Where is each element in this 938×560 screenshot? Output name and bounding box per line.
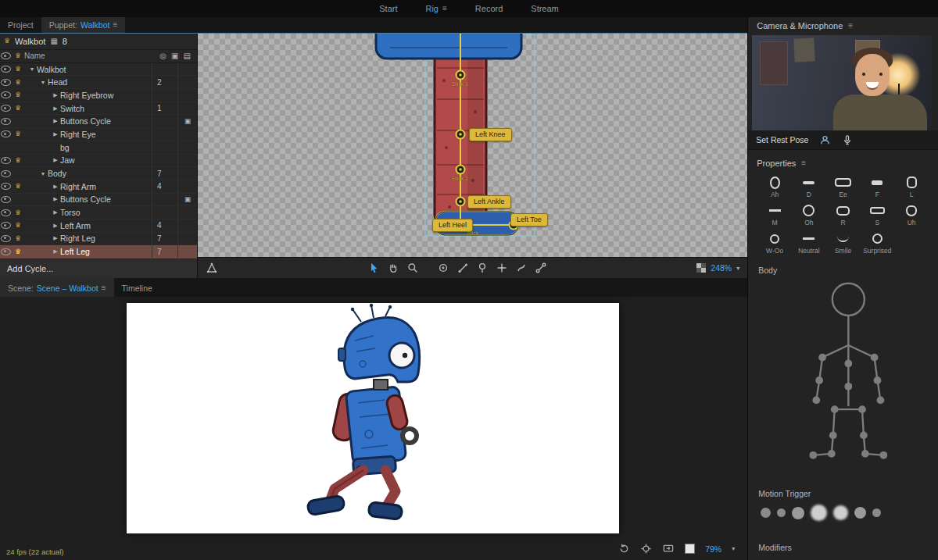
layer-row-buttons-cycle-body[interactable]: ▶ Buttons Cycle ▣ [0, 194, 197, 207]
layer-row-right-leg[interactable]: ♛ ▶ Right Leg 7 [0, 233, 197, 246]
stick-tool-icon[interactable] [456, 262, 469, 274]
hand-tool-icon[interactable] [387, 262, 399, 274]
scene-canvas[interactable] [127, 303, 619, 533]
zoom-tool-icon[interactable] [406, 262, 419, 274]
motion-dot[interactable] [761, 508, 771, 518]
rig-canvas[interactable]: Stick 3 Left Knee Stick 2 Left Ankle Lef… [198, 34, 747, 257]
tab-puppet-walkbot[interactable]: Puppet: Walkbot ≡ [41, 17, 126, 33]
tab-scene-walkbot[interactable]: Scene: Scene – Walkbot ≡ [0, 278, 114, 297]
left-toe-tag[interactable]: Left Toe [510, 213, 548, 226]
tab-timeline[interactable]: Timeline [114, 278, 160, 297]
viseme-oh[interactable]: Oh [792, 205, 826, 226]
camera-input-toggle-icon[interactable] [819, 134, 831, 146]
tab-project[interactable]: Project [0, 17, 41, 33]
layer-row-switch[interactable]: ♛ ▶ Switch 1 [0, 102, 197, 116]
expand-triangle[interactable]: ▶ [51, 184, 60, 190]
expand-triangle[interactable]: ▶ [51, 118, 60, 124]
eye-icon[interactable] [1, 157, 11, 164]
expand-triangle[interactable]: ▼ [27, 66, 37, 72]
layer-row-left-arm[interactable]: ♛ ▶ Left Arm 4 [0, 219, 197, 233]
expand-triangle[interactable]: ▶ [51, 209, 60, 216]
refresh-icon[interactable] [618, 543, 630, 555]
viseme-d[interactable]: D [792, 177, 826, 198]
scene-zoom-level[interactable]: 79% [705, 544, 721, 554]
panel-menu-icon[interactable]: ≡ [102, 284, 106, 292]
eye-icon[interactable] [1, 235, 11, 242]
set-rest-pose-button[interactable]: Set Rest Pose [756, 135, 808, 144]
layer-row-buttons-cycle-head[interactable]: ▶ Buttons Cycle ▣ [0, 115, 197, 128]
viseme-s[interactable]: S [860, 205, 894, 226]
rig-zoom-level[interactable]: 248% [711, 263, 732, 273]
expand-triangle[interactable]: ▶ [51, 248, 60, 255]
panel-menu-icon[interactable]: ≡ [113, 21, 117, 29]
mode-start[interactable]: Start [379, 4, 397, 13]
viseme-smile[interactable]: Smile [826, 233, 861, 255]
layer-row-jaw[interactable]: ♛ ▶ Jaw [0, 155, 197, 168]
panel-menu-icon[interactable]: ≡ [801, 159, 806, 167]
handle-tool-icon[interactable] [535, 262, 547, 274]
pin-tool-icon[interactable] [476, 262, 489, 274]
expand-triangle[interactable]: ▶ [51, 235, 60, 241]
viseme-l[interactable]: L [894, 177, 929, 198]
fit-to-view-icon[interactable] [662, 543, 675, 555]
mode-rig[interactable]: Rig≡ [425, 4, 446, 13]
dangle-tool-icon[interactable] [515, 262, 528, 274]
eye-icon[interactable] [1, 209, 11, 216]
eye-icon[interactable] [1, 105, 11, 112]
eye-icon[interactable] [1, 222, 11, 229]
eye-icon[interactable] [1, 248, 11, 255]
layer-row-right-arm[interactable]: ♛ ▶ Right Arm 4 [0, 180, 197, 194]
motion-dot[interactable] [854, 507, 866, 519]
crosshair-icon[interactable] [640, 543, 652, 555]
layer-row-right-eyebrow[interactable]: ♛ ▶ Right Eyebrow [0, 89, 197, 102]
viseme-w-oo[interactable]: W-Oo [757, 233, 792, 255]
motion-dot[interactable] [833, 505, 848, 520]
expand-triangle[interactable]: ▼ [38, 171, 48, 177]
microphone-toggle-icon[interactable] [842, 134, 853, 146]
eye-icon[interactable] [1, 79, 11, 86]
expand-triangle[interactable]: ▶ [51, 157, 60, 163]
eye-icon[interactable] [1, 91, 11, 98]
camera-column-icon[interactable]: ▣ [171, 52, 178, 60]
layer-row-walkbot[interactable]: ♛ ▼ Walkbot [0, 63, 197, 77]
viseme-ah[interactable]: Ah [757, 177, 792, 198]
record-toggle-icon[interactable]: ◎ [159, 52, 166, 60]
eye-icon[interactable] [1, 130, 11, 137]
origin-tool-icon[interactable] [437, 262, 449, 274]
motion-dot[interactable] [872, 508, 881, 517]
eye-icon[interactable] [1, 196, 11, 203]
viseme-r[interactable]: R [826, 205, 861, 226]
eye-icon[interactable] [1, 118, 11, 125]
viseme-surprised[interactable]: Surprised [860, 233, 894, 255]
layer-row-head[interactable]: ♛ ▼ Head 2 [0, 76, 197, 89]
left-knee-tag[interactable]: Left Knee [469, 128, 512, 141]
panel-menu-icon[interactable]: ≡ [848, 22, 853, 30]
rig-menu-icon[interactable]: ≡ [442, 5, 447, 12]
rig-zoom-caret-icon[interactable]: ▾ [736, 265, 739, 272]
expand-triangle[interactable]: ▶ [51, 131, 60, 137]
add-cycle-button[interactable]: Add Cycle... [0, 259, 197, 278]
background-color-swatch[interactable] [685, 544, 695, 554]
motion-dot[interactable] [777, 508, 786, 517]
expand-triangle[interactable]: ▶ [51, 196, 60, 202]
layer-row-body[interactable]: ▼ Body 7 [0, 167, 197, 180]
motion-dot[interactable] [792, 507, 804, 519]
expand-triangle[interactable]: ▼ [38, 80, 48, 85]
eye-icon[interactable] [1, 170, 11, 177]
mesh-toggle-icon[interactable] [206, 262, 218, 274]
expand-triangle[interactable]: ▶ [51, 223, 60, 229]
viseme-ee[interactable]: Ee [826, 177, 861, 198]
viseme-m[interactable]: M [757, 205, 792, 226]
select-tool-icon[interactable] [367, 262, 380, 274]
transparency-grid-toggle-icon[interactable] [696, 263, 706, 273]
eye-icon[interactable] [1, 66, 11, 73]
list-view-icon[interactable]: ▤ [184, 52, 191, 60]
scene-zoom-caret-icon[interactable]: ▾ [732, 545, 735, 552]
layer-row-bg[interactable]: bg [0, 141, 197, 155]
viseme-neutral[interactable]: Neutral [792, 233, 826, 255]
mode-record[interactable]: Record [475, 4, 503, 13]
layer-row-left-leg[interactable]: ♛ ▶ Left Leg 7 [0, 245, 197, 259]
eye-icon[interactable] [1, 183, 11, 190]
layer-row-torso[interactable]: ♛ ▶ Torso [0, 206, 197, 219]
expand-triangle[interactable]: ▶ [51, 92, 60, 98]
